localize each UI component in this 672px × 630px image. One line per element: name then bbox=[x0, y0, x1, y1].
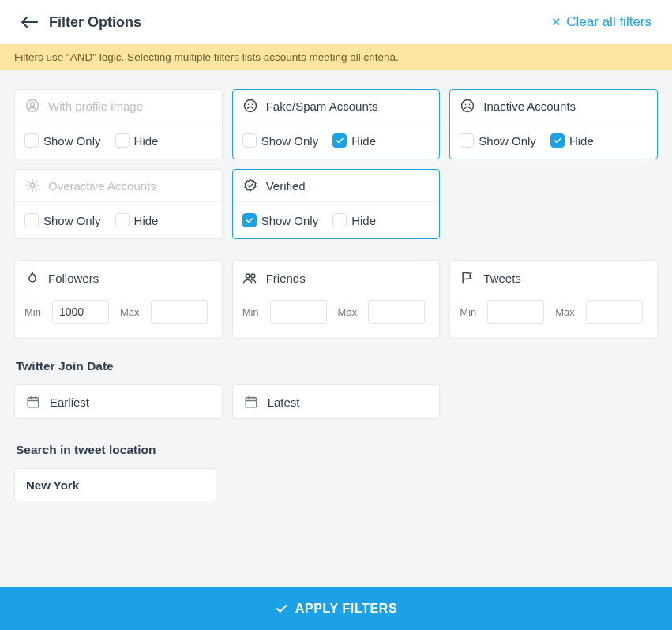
page-title: Filter Options bbox=[49, 14, 141, 31]
range-label: Friends bbox=[266, 272, 306, 285]
svg-point-9 bbox=[246, 274, 250, 278]
filter-card-body: Show OnlyHide bbox=[233, 202, 440, 238]
hide-checkbox-inactive[interactable]: Hide bbox=[550, 133, 594, 148]
hide-checkbox-verified[interactable]: Hide bbox=[332, 213, 376, 227]
range-card-friends: FriendsMinMax bbox=[232, 260, 441, 339]
max-label: Max bbox=[555, 306, 575, 318]
filter-card-verified: VerifiedShow OnlyHide bbox=[232, 169, 441, 239]
svg-point-2 bbox=[244, 100, 256, 112]
range-label: Followers bbox=[48, 272, 99, 285]
min-input-tweets[interactable] bbox=[487, 300, 544, 324]
filter-label: Inactive Accounts bbox=[483, 99, 576, 113]
max-input-tweets[interactable] bbox=[586, 300, 643, 324]
range-label: Tweets bbox=[483, 272, 521, 285]
calendar-icon bbox=[244, 395, 258, 409]
sad-icon bbox=[242, 98, 258, 114]
person-icon bbox=[24, 98, 40, 114]
location-title: Search in tweet location bbox=[16, 443, 658, 457]
hide-checkbox-overactive[interactable]: Hide bbox=[115, 213, 159, 227]
info-bar: Filters use "AND" logic. Selecting multi… bbox=[0, 44, 672, 70]
apply-filters-button[interactable]: APPLY FILTERS bbox=[0, 587, 672, 630]
svg-point-3 bbox=[247, 104, 249, 106]
filter-card-inactive: Inactive AccountsShow OnlyHide bbox=[449, 89, 658, 159]
back-button[interactable] bbox=[21, 13, 38, 31]
filter-label: Verified bbox=[266, 179, 306, 193]
filter-label: With profile image bbox=[48, 99, 143, 113]
earliest-date-picker[interactable]: Earliest bbox=[14, 384, 223, 419]
check-icon bbox=[275, 602, 289, 616]
flame-icon bbox=[24, 270, 40, 286]
svg-point-7 bbox=[469, 104, 471, 106]
filter-card-header: Inactive Accounts bbox=[450, 90, 657, 122]
max-input-friends[interactable] bbox=[368, 300, 425, 324]
svg-point-0 bbox=[27, 100, 39, 112]
join-date-title: Twitter Join Date bbox=[16, 359, 658, 373]
filter-card-profile-image: With profile imageShow OnlyHide bbox=[14, 89, 223, 159]
show-only-checkbox-verified[interactable]: Show Only bbox=[242, 213, 319, 227]
min-input-friends[interactable] bbox=[270, 300, 327, 324]
latest-date-picker[interactable]: Latest bbox=[232, 384, 441, 419]
min-input-followers[interactable] bbox=[52, 300, 109, 324]
earliest-label: Earliest bbox=[50, 396, 89, 409]
range-filters-grid: FollowersMinMaxFriendsMinMaxTweetsMinMax bbox=[14, 260, 658, 339]
range-card-followers: FollowersMinMax bbox=[14, 260, 223, 339]
range-card-tweets: TweetsMinMax bbox=[449, 260, 658, 339]
filter-card-header: With profile image bbox=[15, 90, 222, 122]
location-input[interactable] bbox=[14, 468, 216, 501]
range-card-header: Friends bbox=[242, 270, 430, 286]
show-only-checkbox-inactive[interactable]: Show Only bbox=[460, 133, 536, 148]
filter-label: Overactive Accounts bbox=[48, 179, 156, 193]
filter-card-body: Show OnlyHide bbox=[15, 202, 222, 238]
arrow-left-icon bbox=[21, 16, 38, 28]
badge-icon bbox=[242, 178, 258, 193]
header: Filter Options ✕ Clear all filters bbox=[0, 0, 672, 44]
clear-all-label: Clear all filters bbox=[566, 14, 651, 30]
filter-card-body: Show OnlyHide bbox=[15, 122, 222, 159]
clear-all-filters[interactable]: ✕ Clear all filters bbox=[551, 14, 651, 30]
svg-point-1 bbox=[31, 103, 35, 107]
svg-point-8 bbox=[30, 183, 34, 187]
svg-point-4 bbox=[251, 104, 253, 106]
filter-card-fake-spam: Fake/Spam AccountsShow OnlyHide bbox=[232, 89, 441, 159]
min-label: Min bbox=[242, 306, 259, 318]
close-icon: ✕ bbox=[551, 15, 561, 29]
join-date-row: Earliest Latest bbox=[14, 384, 658, 419]
apply-label: APPLY FILTERS bbox=[295, 602, 397, 616]
filter-label: Fake/Spam Accounts bbox=[266, 99, 378, 113]
max-label: Max bbox=[338, 306, 358, 318]
sad-icon bbox=[460, 98, 475, 114]
svg-rect-11 bbox=[28, 398, 39, 407]
range-card-header: Followers bbox=[24, 270, 212, 286]
svg-point-5 bbox=[462, 100, 474, 112]
filter-card-body: Show OnlyHide bbox=[233, 122, 440, 159]
filter-card-header: Verified bbox=[233, 170, 440, 202]
show-only-checkbox-profile-image[interactable]: Show Only bbox=[24, 133, 101, 148]
flag-icon bbox=[460, 270, 475, 286]
filter-card-overactive: Overactive AccountsShow OnlyHide bbox=[14, 169, 223, 239]
gear-icon bbox=[24, 178, 40, 193]
svg-point-6 bbox=[465, 104, 467, 106]
show-only-checkbox-fake-spam[interactable]: Show Only bbox=[242, 133, 319, 148]
max-input-followers[interactable] bbox=[151, 300, 208, 324]
min-label: Min bbox=[24, 306, 41, 318]
latest-label: Latest bbox=[268, 396, 300, 409]
people-icon bbox=[242, 270, 258, 286]
max-label: Max bbox=[120, 306, 140, 318]
hide-checkbox-profile-image[interactable]: Hide bbox=[115, 133, 159, 148]
calendar-icon bbox=[26, 395, 40, 409]
filter-card-header: Overactive Accounts bbox=[15, 170, 222, 202]
attribute-filters-grid: With profile imageShow OnlyHideFake/Spam… bbox=[14, 89, 658, 239]
filter-card-body: Show OnlyHide bbox=[450, 122, 657, 159]
range-card-header: Tweets bbox=[460, 270, 648, 286]
svg-point-10 bbox=[250, 274, 254, 278]
min-label: Min bbox=[460, 306, 476, 318]
show-only-checkbox-overactive[interactable]: Show Only bbox=[24, 213, 101, 227]
svg-rect-12 bbox=[246, 398, 257, 407]
filter-card-header: Fake/Spam Accounts bbox=[233, 90, 440, 122]
hide-checkbox-fake-spam[interactable]: Hide bbox=[332, 133, 376, 148]
